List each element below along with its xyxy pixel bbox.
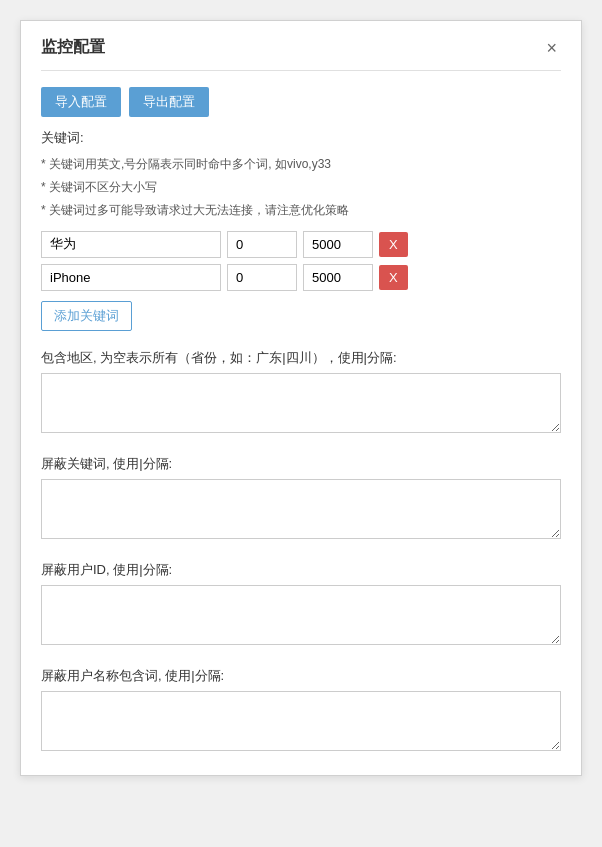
- toolbar: 导入配置 导出配置: [41, 87, 561, 117]
- keyword-min-0[interactable]: [227, 231, 297, 258]
- keyword-max-0[interactable]: [303, 231, 373, 258]
- keyword-input-1[interactable]: [41, 264, 221, 291]
- keyword-max-1[interactable]: [303, 264, 373, 291]
- export-config-button[interactable]: 导出配置: [129, 87, 209, 117]
- shield-username-textarea[interactable]: [41, 691, 561, 751]
- hint-2: * 关键词不区分大小写: [41, 178, 561, 197]
- shield-username-section: 屏蔽用户名称包含词, 使用|分隔:: [41, 667, 561, 755]
- keyword-min-1[interactable]: [227, 264, 297, 291]
- keyword-row-0: X: [41, 231, 561, 258]
- close-button[interactable]: ×: [542, 39, 561, 57]
- keyword-input-0[interactable]: [41, 231, 221, 258]
- region-label: 包含地区, 为空表示所有（省份，如：广东|四川），使用|分隔:: [41, 349, 561, 367]
- dialog: 监控配置 × 导入配置 导出配置 关键词: * 关键词用英文,号分隔表示同时命中…: [20, 20, 582, 776]
- region-textarea[interactable]: [41, 373, 561, 433]
- shield-userid-label: 屏蔽用户ID, 使用|分隔:: [41, 561, 561, 579]
- region-section: 包含地区, 为空表示所有（省份，如：广东|四川），使用|分隔:: [41, 349, 561, 437]
- delete-keyword-0[interactable]: X: [379, 232, 408, 257]
- delete-keyword-1[interactable]: X: [379, 265, 408, 290]
- import-config-button[interactable]: 导入配置: [41, 87, 121, 117]
- dialog-title: 监控配置: [41, 37, 105, 58]
- shield-keywords-textarea[interactable]: [41, 479, 561, 539]
- keyword-row-1: X: [41, 264, 561, 291]
- keywords-label: 关键词:: [41, 129, 561, 147]
- dialog-header: 监控配置 ×: [41, 37, 561, 71]
- shield-userid-section: 屏蔽用户ID, 使用|分隔:: [41, 561, 561, 649]
- shield-username-label: 屏蔽用户名称包含词, 使用|分隔:: [41, 667, 561, 685]
- shield-userid-textarea[interactable]: [41, 585, 561, 645]
- hint-3: * 关键词过多可能导致请求过大无法连接，请注意优化策略: [41, 201, 561, 220]
- add-keyword-button[interactable]: 添加关键词: [41, 301, 132, 331]
- keywords-section: * 关键词用英文,号分隔表示同时命中多个词, 如vivo,y33 * 关键词不区…: [41, 155, 561, 331]
- shield-keywords-label: 屏蔽关键词, 使用|分隔:: [41, 455, 561, 473]
- hint-1: * 关键词用英文,号分隔表示同时命中多个词, 如vivo,y33: [41, 155, 561, 174]
- shield-keywords-section: 屏蔽关键词, 使用|分隔:: [41, 455, 561, 543]
